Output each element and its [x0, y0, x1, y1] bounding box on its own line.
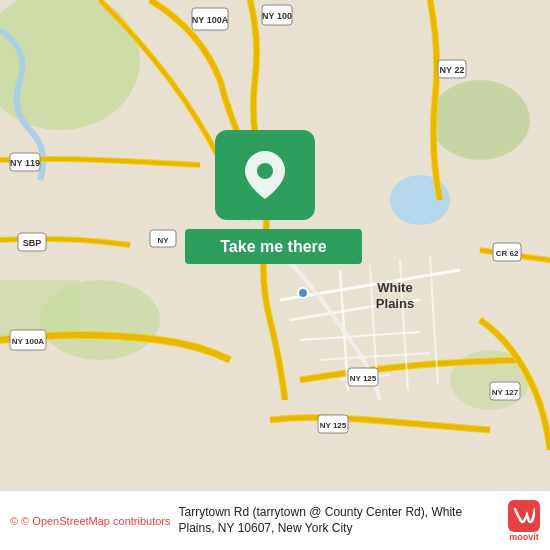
location-pin-card	[215, 130, 315, 220]
location-pin-icon	[245, 151, 285, 199]
svg-text:NY 127: NY 127	[492, 388, 519, 397]
svg-text:NY: NY	[157, 236, 169, 245]
svg-text:NY 22: NY 22	[440, 65, 465, 75]
svg-text:SBP: SBP	[23, 238, 42, 248]
map-container: NY 100A NY 100 NY 22 NY 119 SBP NY NY 10…	[0, 0, 550, 490]
moovit-text: moovit	[509, 532, 539, 542]
bottom-bar: © © OpenStreetMap contributors Tarrytown…	[0, 490, 550, 550]
svg-point-2	[430, 80, 530, 160]
svg-text:NY 125: NY 125	[350, 374, 377, 383]
svg-text:Plains: Plains	[376, 296, 414, 311]
moovit-icon	[508, 500, 540, 532]
svg-point-31	[298, 288, 308, 298]
svg-point-4	[390, 175, 450, 225]
svg-text:NY 100: NY 100	[262, 11, 292, 21]
take-me-there-button[interactable]: Take me there	[185, 229, 362, 264]
osm-circle: ©	[10, 515, 18, 527]
svg-text:NY 100A: NY 100A	[192, 15, 229, 25]
svg-text:NY 125: NY 125	[320, 421, 347, 430]
svg-text:NY 119: NY 119	[10, 158, 40, 168]
svg-text:White: White	[377, 280, 412, 295]
svg-text:NY 100A: NY 100A	[12, 337, 45, 346]
osm-credit: © © OpenStreetMap contributors	[10, 515, 171, 527]
moovit-logo: moovit	[508, 500, 540, 542]
address-text: Tarrytown Rd (tarrytown @ County Center …	[179, 505, 500, 536]
svg-text:CR 62: CR 62	[496, 249, 519, 258]
svg-point-32	[257, 163, 273, 179]
